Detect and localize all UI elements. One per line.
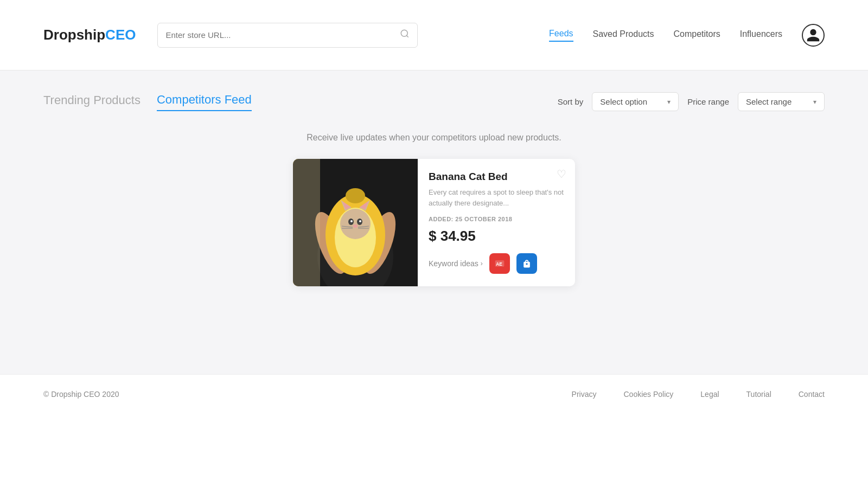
product-added-date: ADDED: 25 OCTOBER 2018 (429, 216, 564, 222)
nav-item-feeds[interactable]: Feeds (549, 29, 573, 42)
logo-ceo: CEO (105, 27, 136, 43)
svg-point-0 (401, 30, 408, 36)
price-range-option-label: Select range (746, 97, 792, 106)
header: DropshipCEO Feeds Saved Products Competi… (0, 0, 868, 70)
sort-option-dropdown[interactable]: Select option ▾ (592, 92, 679, 111)
svg-point-18 (353, 224, 358, 228)
logo-text: Dropship (43, 27, 105, 43)
footer-link-cookies[interactable]: Cookies Policy (623, 390, 673, 399)
svg-text:AE: AE (496, 261, 502, 267)
product-card-wrapper: ♡ Banana Cat Bed Every cat requires a sp… (43, 159, 825, 286)
product-name: Banana Cat Bed (429, 171, 564, 183)
svg-point-9 (340, 209, 371, 239)
search-icon (400, 29, 410, 41)
footer-link-privacy[interactable]: Privacy (572, 390, 597, 399)
tab-competitors-feed[interactable]: Competitors Feed (157, 93, 252, 111)
svg-point-17 (359, 220, 361, 222)
svg-point-16 (350, 220, 353, 222)
product-price: $ 34.95 (429, 228, 564, 245)
footer-link-legal[interactable]: Legal (700, 390, 719, 399)
content-area: Trending Products Competitors Feed Sort … (0, 70, 868, 374)
main-nav: Feeds Saved Products Competitors Influen… (549, 24, 825, 47)
footer-link-contact[interactable]: Contact (799, 390, 825, 399)
footer-links: Privacy Cookies Policy Legal Tutorial Co… (572, 390, 825, 399)
svg-rect-23 (293, 159, 320, 286)
empty-feed-message: Receive live updates when your competito… (43, 133, 825, 143)
keyword-ideas-link[interactable]: Keyword ideas › (429, 259, 483, 268)
footer-link-tutorial[interactable]: Tutorial (746, 390, 771, 399)
footer: © Dropship CEO 2020 Privacy Cookies Poli… (0, 374, 868, 414)
wishlist-heart-icon[interactable]: ♡ (557, 168, 566, 181)
product-card: ♡ Banana Cat Bed Every cat requires a sp… (293, 159, 575, 286)
product-actions: Keyword ideas › AE (429, 253, 564, 274)
price-range-dropdown[interactable]: Select range ▾ (738, 92, 825, 111)
footer-copyright: © Dropship CEO 2020 (43, 390, 119, 399)
product-image-placeholder (293, 159, 418, 286)
tabs: Trending Products Competitors Feed (43, 93, 252, 111)
product-image (293, 159, 418, 286)
sort-option-label: Select option (600, 97, 647, 106)
chevron-down-icon-2: ▾ (813, 98, 816, 106)
svg-point-7 (346, 188, 365, 203)
keyword-ideas-label: Keyword ideas (429, 259, 478, 268)
product-description: Every cat requires a spot to sleep that'… (429, 187, 564, 208)
nav-item-competitors[interactable]: Competitors (673, 29, 720, 41)
sort-by-label: Sort by (558, 97, 584, 106)
logo: DropshipCEO (43, 27, 136, 43)
tabs-filter-row: Trending Products Competitors Feed Sort … (43, 92, 825, 111)
shopify-button[interactable] (516, 253, 537, 274)
nav-item-influencers[interactable]: Influencers (740, 29, 782, 41)
search-bar[interactable] (157, 23, 418, 48)
chevron-down-icon: ▾ (667, 98, 671, 106)
price-range-label: Price range (687, 97, 729, 106)
tab-trending-products[interactable]: Trending Products (43, 93, 141, 111)
nav-item-saved-products[interactable]: Saved Products (593, 29, 654, 41)
aliexpress-button[interactable]: AE (489, 253, 510, 274)
svg-line-1 (407, 35, 409, 37)
chevron-right-icon: › (481, 260, 483, 267)
product-info: ♡ Banana Cat Bed Every cat requires a sp… (418, 159, 575, 286)
search-input[interactable] (165, 30, 400, 40)
filter-group: Sort by Select option ▾ Price range Sele… (558, 92, 825, 111)
avatar[interactable] (802, 24, 825, 47)
